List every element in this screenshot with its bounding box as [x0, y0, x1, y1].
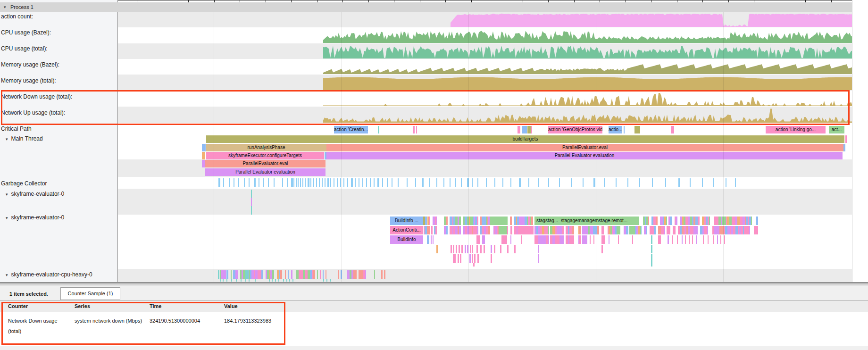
hanging-span-tick[interactable]	[461, 245, 463, 253]
skyframe-span[interactable]	[708, 235, 709, 244]
dense-span-cluster[interactable]	[444, 217, 490, 225]
cpu-heavy-subtick[interactable]	[286, 279, 287, 282]
cpu-heavy-subtick[interactable]	[241, 279, 242, 282]
counter-chart-mem-total[interactable]	[236, 75, 852, 91]
skyframe-span[interactable]	[677, 235, 678, 244]
cpu-heavy-subtick[interactable]	[231, 279, 232, 282]
critical-path-chip[interactable]	[378, 126, 379, 133]
skyframe-span[interactable]	[668, 235, 669, 244]
gc-event-tick[interactable]	[234, 178, 234, 187]
gc-event-tick[interactable]	[627, 178, 628, 187]
dense-span-cluster[interactable]	[643, 217, 758, 225]
track-canvas[interactable]: action 'Creatin...action 'GenObjcProtos …	[118, 0, 852, 282]
gc-event-tick[interactable]	[337, 178, 338, 187]
collapse-icon[interactable]: ▾	[4, 2, 6, 12]
skyframe-span[interactable]	[501, 235, 507, 244]
gc-event-tick[interactable]	[472, 178, 473, 187]
gc-event-tick[interactable]	[548, 178, 549, 187]
skyframe-span[interactable]	[717, 235, 718, 244]
critical-path-chip[interactable]	[522, 126, 527, 133]
skyframe-span[interactable]	[632, 235, 633, 244]
critical-path-chip[interactable]: action 'Linking go...	[766, 126, 826, 133]
skyframe-span[interactable]	[703, 235, 704, 244]
critical-path-chip[interactable]	[671, 126, 674, 133]
skyframe1-marker[interactable]	[251, 190, 252, 198]
skyframe-span[interactable]	[431, 235, 432, 244]
critical-path-chip[interactable]	[531, 126, 532, 133]
gc-event-tick[interactable]	[735, 178, 736, 187]
hanging-span-tick[interactable]	[458, 254, 459, 263]
gc-event-tick[interactable]	[382, 178, 383, 187]
column-header-time[interactable]: Time	[150, 303, 161, 309]
hanging-span-tick[interactable]	[476, 245, 478, 253]
expander-icon[interactable]: ▾	[6, 137, 8, 142]
gc-event-tick[interactable]	[305, 178, 306, 187]
gc-event-tick[interactable]	[366, 178, 367, 187]
main-thread-span[interactable]: skyframeExecutor.configureTargets	[206, 152, 324, 159]
skyframe-span[interactable]	[590, 235, 591, 244]
counter-chart-action-count[interactable]	[236, 12, 852, 27]
column-header-counter[interactable]: Counter	[8, 303, 28, 309]
gc-event-tick[interactable]	[334, 178, 334, 187]
counter-chart-net-down[interactable]	[236, 91, 852, 107]
gc-event-tick[interactable]	[455, 178, 456, 187]
gc-event-tick[interactable]	[325, 178, 326, 187]
gc-event-tick[interactable]	[327, 178, 329, 187]
main-thread-span[interactable]: ParallelEvaluator.eval	[205, 160, 326, 167]
cpu-heavy-span[interactable]	[374, 270, 375, 279]
cpu-heavy-span[interactable]	[285, 270, 286, 279]
hanging-span-tick[interactable]	[494, 245, 495, 253]
skyframe-span[interactable]: BuildInfo	[390, 235, 423, 244]
skyframe-span[interactable]: stagstag...stagagemanagemstage.remot...	[534, 217, 639, 225]
skyframe-span[interactable]	[713, 235, 714, 244]
gc-event-tick[interactable]	[319, 178, 320, 187]
gc-event-tick[interactable]	[450, 178, 451, 187]
hanging-span-tick[interactable]	[651, 245, 652, 253]
gc-event-tick[interactable]	[443, 178, 444, 187]
hanging-span-tick[interactable]	[472, 245, 473, 253]
cpu-heavy-subtick[interactable]	[255, 279, 256, 282]
cpu-heavy-subtick[interactable]	[226, 279, 227, 282]
hanging-span-tick[interactable]	[473, 263, 475, 267]
gc-event-tick[interactable]	[296, 178, 297, 187]
cpu-heavy-span[interactable]	[338, 270, 339, 279]
skyframe-span[interactable]	[510, 235, 511, 244]
skyframe1-marker[interactable]	[251, 206, 252, 215]
gc-event-tick[interactable]	[398, 178, 399, 187]
hanging-span-tick[interactable]	[500, 245, 501, 253]
gc-event-tick[interactable]	[347, 178, 348, 187]
hanging-span-tick[interactable]	[436, 245, 438, 253]
cpu-heavy-span[interactable]	[384, 270, 385, 279]
gc-event-tick[interactable]	[616, 178, 617, 187]
gc-event-tick[interactable]	[359, 178, 359, 187]
cpu-heavy-span[interactable]	[323, 270, 324, 279]
gc-event-tick[interactable]	[559, 178, 560, 187]
gc-event-tick[interactable]	[494, 178, 495, 187]
critical-path-chip[interactable]	[416, 126, 417, 133]
hanging-span-tick[interactable]	[454, 254, 456, 263]
cpu-heavy-span[interactable]	[317, 270, 318, 279]
skyframe-span[interactable]	[609, 235, 609, 244]
expander-icon[interactable]: ▾	[6, 273, 8, 277]
hanging-span-tick[interactable]	[538, 254, 539, 263]
gc-event-tick[interactable]	[374, 178, 375, 187]
critical-path-chip[interactable]	[624, 126, 625, 133]
cpu-heavy-span[interactable]	[288, 270, 289, 279]
hanging-span-tick[interactable]	[472, 254, 473, 263]
gc-event-tick[interactable]	[229, 178, 230, 187]
gc-event-tick[interactable]	[343, 178, 344, 187]
dense-span-cluster[interactable]	[424, 226, 437, 234]
cpu-heavy-span[interactable]	[320, 270, 321, 279]
hanging-span-tick[interactable]	[651, 263, 652, 267]
dense-span-cluster[interactable]	[226, 270, 250, 279]
gc-event-tick[interactable]	[436, 178, 437, 187]
dense-span-cluster[interactable]	[644, 226, 758, 234]
gc-event-tick[interactable]	[298, 178, 299, 187]
gc-event-tick[interactable]	[259, 178, 259, 187]
critical-path-chip[interactable]	[634, 126, 640, 133]
gc-event-tick[interactable]	[238, 178, 239, 187]
gc-event-tick[interactable]	[302, 178, 303, 187]
gc-event-tick[interactable]	[429, 178, 430, 187]
skyframe-span[interactable]	[499, 226, 507, 234]
cpu-heavy-subtick[interactable]	[278, 279, 279, 282]
